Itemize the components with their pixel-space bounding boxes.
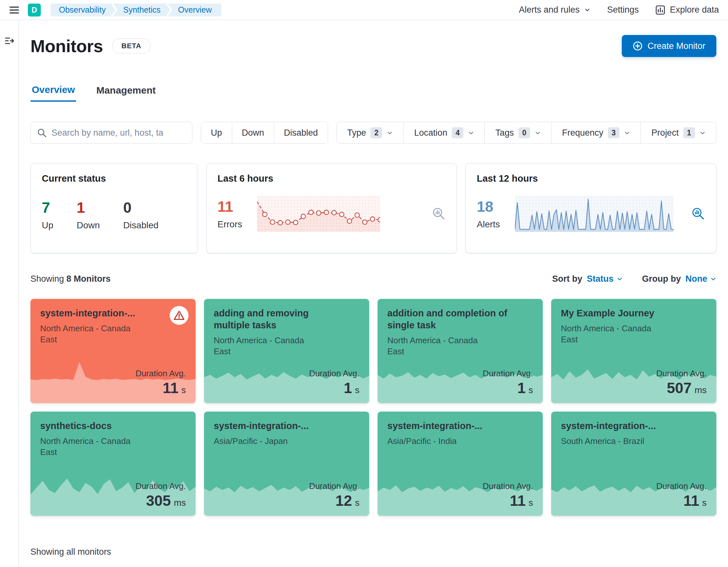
alerts-stat: 18 Alerts	[477, 198, 500, 230]
monitor-card[interactable]: system-integration-... Asia/Pacific - Ja…	[204, 412, 369, 516]
duration-unit: ms	[695, 385, 707, 395]
duration-value: 305	[146, 492, 171, 509]
filter-frequency-dropdown[interactable]: Frequency 3	[551, 122, 641, 143]
filter-frequency-count: 3	[608, 127, 620, 138]
monitor-search	[30, 122, 192, 144]
duration-value: 1	[344, 379, 352, 397]
down-label: Down	[77, 220, 100, 231]
monitor-location: Asia/Pacific - India	[387, 436, 494, 447]
duration-label: Duration Avg.	[656, 481, 707, 491]
monitor-card[interactable]: system-integration-... South America - B…	[551, 412, 716, 516]
duration-label: Duration Avg.	[483, 369, 533, 379]
monitor-card[interactable]: system-integration-... Asia/Pacific - In…	[378, 412, 543, 516]
settings-label: Settings	[607, 5, 639, 15]
settings-link[interactable]: Settings	[607, 5, 639, 15]
monitor-location: North America - Canada East	[40, 323, 147, 345]
filter-location-dropdown[interactable]: Location 4	[404, 122, 485, 143]
filter-up-button[interactable]: Up	[201, 122, 232, 143]
duration-value: 11	[683, 492, 699, 509]
group-by-dropdown[interactable]: Group by None	[642, 274, 717, 284]
status-filter-group: Up Down Disabled	[201, 122, 328, 144]
monitor-location: North America - Canada East	[387, 335, 494, 357]
errors-label: Errors	[218, 219, 242, 230]
group-by-value: None	[686, 274, 708, 284]
inspect-magnifier-icon	[691, 207, 705, 221]
monitor-name: system-integration-...	[40, 307, 163, 319]
up-count: 7	[42, 199, 53, 216]
alerts-and-rules-label: Alerts and rules	[519, 5, 580, 15]
attribute-filter-group: Type 2 Location 4 Tags 0 Frequency 3	[336, 122, 716, 144]
search-icon	[37, 128, 46, 137]
inspect-alerts-button[interactable]	[691, 207, 705, 221]
showing-monitors-text: Showing 8 Monitors	[30, 274, 111, 284]
monitors-page: Monitors BETA Create Monitor Overview Ma…	[19, 20, 728, 567]
page-title: Monitors	[30, 36, 103, 56]
collapsed-sidebar	[0, 20, 19, 567]
monitor-card[interactable]: My Example Journey North America - Canad…	[551, 299, 716, 403]
alerts-trend-chart	[515, 196, 674, 232]
duration-unit: s	[355, 385, 359, 395]
chevron-down-icon	[700, 130, 706, 136]
expand-sidebar-button[interactable]	[3, 34, 16, 47]
inspect-magnifier-icon	[432, 207, 446, 221]
disabled-count: 0	[123, 199, 158, 216]
errors-trend-chart	[257, 196, 380, 232]
duration-label: Duration Avg.	[309, 481, 359, 491]
sort-by-label: Sort by	[552, 274, 582, 284]
filter-type-count: 2	[370, 127, 382, 138]
monitor-name: system-integration-...	[387, 420, 510, 432]
plus-in-circle-icon	[633, 41, 643, 51]
warning-triangle-icon	[174, 310, 185, 321]
breadcrumb: Observability Synthetics Overview	[51, 4, 222, 17]
monitor-card[interactable]: system-integration-... North America - C…	[30, 299, 196, 403]
chevron-down-icon	[710, 276, 716, 282]
monitor-card[interactable]: synthetics-docs North America - Canada E…	[30, 412, 196, 516]
filter-type-label: Type	[347, 128, 366, 138]
create-monitor-label: Create Monitor	[647, 41, 705, 51]
errors-stat: 11 Errors	[218, 198, 242, 230]
inspect-errors-button[interactable]	[432, 207, 446, 221]
up-label: Up	[42, 220, 53, 231]
up-stat: 7 Up	[42, 199, 53, 231]
monitor-location: Asia/Pacific - Japan	[214, 436, 321, 447]
filter-tags-dropdown[interactable]: Tags 0	[484, 122, 551, 143]
current-status-title: Current status	[42, 173, 187, 184]
monitor-duration: Duration Avg. 1s	[309, 369, 359, 397]
monitor-card[interactable]: addition and completion of single task N…	[378, 299, 543, 403]
chevron-down-icon	[387, 130, 393, 136]
breadcrumb-observability[interactable]: Observability	[51, 4, 116, 17]
filter-disabled-button[interactable]: Disabled	[274, 122, 328, 143]
disabled-label: Disabled	[123, 220, 158, 231]
duration-unit: s	[529, 385, 533, 395]
breadcrumb-synthetics[interactable]: Synthetics	[113, 4, 170, 17]
tab-management[interactable]: Management	[95, 84, 157, 102]
alerts-and-rules-menu[interactable]: Alerts and rules	[519, 5, 590, 15]
monitor-name: system-integration-...	[214, 420, 337, 432]
monitor-location: South America - Brazil	[561, 436, 668, 447]
duration-unit: s	[529, 498, 533, 508]
chevron-down-icon	[535, 130, 541, 136]
monitor-location: North America - Canada East	[40, 436, 147, 458]
tab-overview[interactable]: Overview	[30, 84, 76, 102]
explore-data-link[interactable]: Explore data	[655, 5, 719, 15]
hamburger-icon	[9, 5, 19, 15]
monitor-duration: Duration Avg. 11s	[135, 369, 186, 397]
duration-label: Duration Avg.	[135, 481, 186, 491]
filter-type-dropdown[interactable]: Type 2	[337, 122, 404, 143]
space-avatar[interactable]: D	[28, 4, 41, 17]
monitor-duration: Duration Avg. 305ms	[135, 481, 186, 509]
create-monitor-button[interactable]: Create Monitor	[622, 35, 716, 57]
last-12-hours-title: Last 12 hours	[477, 173, 705, 184]
duration-value: 12	[336, 492, 352, 509]
monitor-location: North America - Canada East	[561, 323, 668, 345]
search-input[interactable]	[51, 128, 186, 138]
hamburger-menu-button[interactable]	[9, 5, 19, 15]
last-6-hours-title: Last 6 hours	[218, 173, 446, 184]
monitor-name: synthetics-docs	[40, 420, 163, 432]
filter-project-dropdown[interactable]: Project 1	[641, 122, 716, 143]
monitor-duration: Duration Avg. 12s	[309, 481, 359, 509]
current-status-panel: Current status 7 Up 1 Down 0 Disabled	[30, 163, 198, 253]
sort-by-dropdown[interactable]: Sort by Status	[552, 274, 623, 284]
filter-down-button[interactable]: Down	[232, 122, 274, 143]
monitor-card[interactable]: adding and removing multiple tasks North…	[204, 299, 369, 403]
